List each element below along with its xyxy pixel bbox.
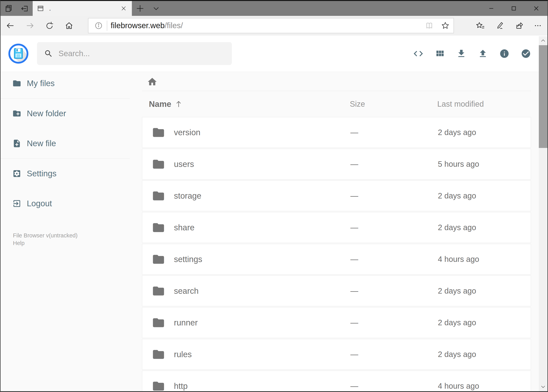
file-name: users [174, 160, 194, 169]
scrollbar-thumb[interactable] [539, 45, 548, 148]
sort-by-name-header[interactable]: Name [142, 99, 349, 109]
set-tabs-aside-icon [20, 4, 29, 13]
grid-view-button[interactable] [429, 43, 451, 64]
tab-list-dropdown-button[interactable] [148, 1, 164, 16]
file-row[interactable]: runner — 2 days ago [142, 307, 531, 338]
set-tabs-aside-button[interactable] [17, 1, 33, 16]
tab-preview-icon [4, 4, 13, 13]
sidebar-item-logout[interactable]: Logout [0, 189, 130, 218]
file-name: search [174, 286, 199, 296]
new-tab-button[interactable] [132, 1, 148, 16]
tab-favicon [37, 5, 44, 12]
file-modified: 5 hours ago [437, 160, 531, 168]
tab-close-icon[interactable] [120, 5, 127, 12]
download-button[interactable] [451, 43, 472, 64]
upload-button[interactable] [472, 43, 494, 64]
url-path: /files/ [165, 21, 183, 30]
sidebar: My files New folder New file Sett [0, 73, 130, 391]
tab-bar: . [0, 1, 548, 16]
file-row[interactable]: rules — 2 days ago [142, 339, 531, 370]
site-info-icon[interactable] [94, 21, 103, 30]
file-row[interactable]: search — 2 days ago [142, 276, 531, 306]
back-button[interactable] [0, 16, 20, 35]
sidebar-item-label: New file [27, 139, 56, 148]
sidebar-item-settings[interactable]: Settings [0, 159, 130, 189]
grid-view-icon [435, 49, 445, 59]
sidebar-item-my-files[interactable]: My files [0, 73, 130, 98]
scroll-up-button[interactable] [539, 36, 548, 45]
file-row[interactable]: storage — 2 days ago [142, 181, 531, 211]
file-row[interactable]: version — 2 days ago [142, 117, 531, 148]
file-size: — [350, 128, 437, 137]
favorites-hub-button[interactable] [471, 16, 490, 35]
forward-button[interactable] [20, 16, 40, 35]
refresh-icon [45, 21, 54, 30]
sidebar-footer: File Browser v(untracked) Help [13, 232, 130, 247]
tab-preview-button[interactable] [0, 1, 17, 16]
create-new-folder-icon [12, 109, 21, 118]
pen-icon [495, 21, 504, 30]
file-row[interactable]: users — 5 hours ago [142, 149, 531, 179]
file-browser-logo[interactable] [8, 44, 28, 64]
file-row[interactable]: http — 4 hours ago [142, 371, 531, 392]
sidebar-item-new-file[interactable]: New file [0, 128, 130, 158]
folder-icon [12, 79, 21, 88]
file-name: rules [174, 350, 192, 359]
minimize-icon [487, 5, 495, 12]
file-name: storage [174, 191, 201, 201]
folder-icon [152, 221, 165, 234]
close-window-button[interactable] [525, 1, 548, 16]
sidebar-item-new-folder[interactable]: New folder [0, 98, 130, 128]
more-options-button[interactable] [528, 16, 548, 35]
browser-tab[interactable]: . [33, 1, 132, 16]
content-area: My files New folder New file Sett [0, 73, 548, 391]
name-column-label: Name [149, 99, 171, 109]
header-actions [408, 43, 537, 64]
sort-by-modified-header[interactable]: Last modified [437, 100, 531, 108]
file-name: http [174, 381, 188, 391]
info-icon [499, 49, 509, 59]
annotate-pen-button[interactable] [490, 16, 509, 35]
maximize-button[interactable] [502, 1, 525, 16]
breadcrumb [142, 73, 531, 91]
select-multiple-button[interactable] [515, 43, 537, 64]
chevron-up-icon [540, 38, 546, 44]
ellipsis-icon [533, 21, 542, 30]
url-text[interactable]: filebrowser.web/files/ [111, 21, 424, 30]
file-size: — [350, 318, 437, 327]
shell-code-button[interactable] [408, 43, 429, 64]
scroll-down-button[interactable] [539, 382, 548, 391]
file-row[interactable]: settings — 4 hours ago [142, 244, 531, 275]
refresh-button[interactable] [40, 16, 59, 35]
file-size: — [350, 191, 437, 200]
file-name: share [174, 223, 194, 232]
minimize-button[interactable] [480, 1, 502, 16]
folder-icon [152, 284, 165, 298]
file-row[interactable]: share — 2 days ago [142, 212, 531, 243]
titlebar-drag-area [164, 1, 480, 16]
file-size: — [350, 160, 437, 168]
reading-view-icon[interactable] [424, 21, 434, 30]
close-icon [532, 5, 540, 12]
home-icon [64, 21, 74, 30]
address-bar[interactable]: filebrowser.web/files/ [88, 18, 454, 33]
info-button[interactable] [494, 43, 515, 64]
file-name: version [174, 128, 200, 137]
back-arrow-icon [6, 21, 15, 30]
app-header: Search... [0, 35, 548, 72]
favorite-star-icon[interactable] [441, 21, 450, 30]
sort-by-size-header[interactable]: Size [349, 100, 437, 108]
file-size: — [350, 350, 437, 359]
home-icon [147, 77, 158, 87]
help-link[interactable]: Help [13, 239, 25, 247]
search-input[interactable]: Search... [37, 42, 232, 65]
share-button[interactable] [509, 16, 528, 35]
chevron-down-icon [540, 384, 546, 390]
vertical-scrollbar[interactable] [539, 36, 548, 391]
file-modified: 2 days ago [437, 223, 531, 232]
maximize-icon [510, 5, 518, 12]
sort-ascending-arrow-icon [174, 100, 183, 108]
breadcrumb-home-button[interactable] [147, 77, 158, 87]
url-separator [107, 21, 107, 31]
browser-home-button[interactable] [59, 16, 79, 35]
